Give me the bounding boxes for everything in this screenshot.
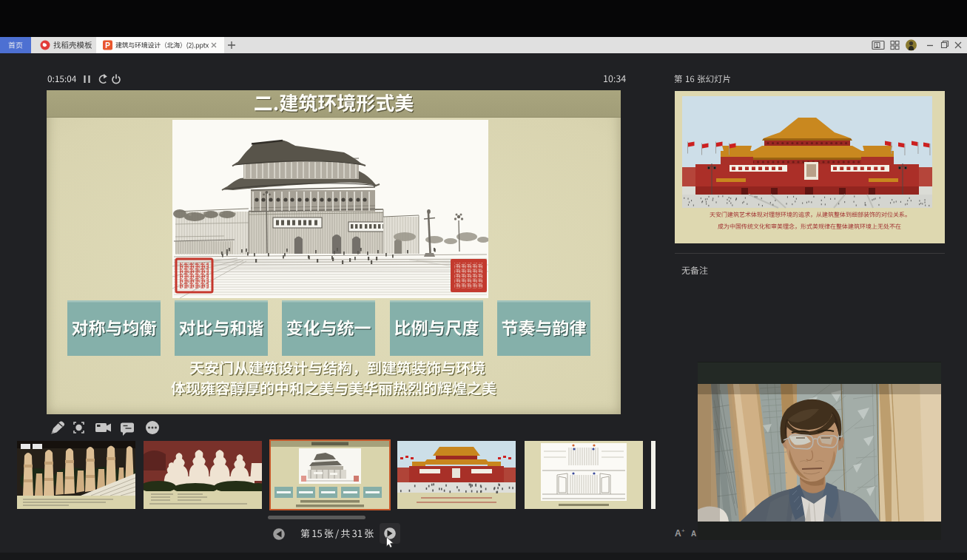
svg-text:A: A (691, 530, 696, 538)
svg-text:+: + (681, 527, 685, 534)
svg-text:A: A (675, 528, 681, 539)
